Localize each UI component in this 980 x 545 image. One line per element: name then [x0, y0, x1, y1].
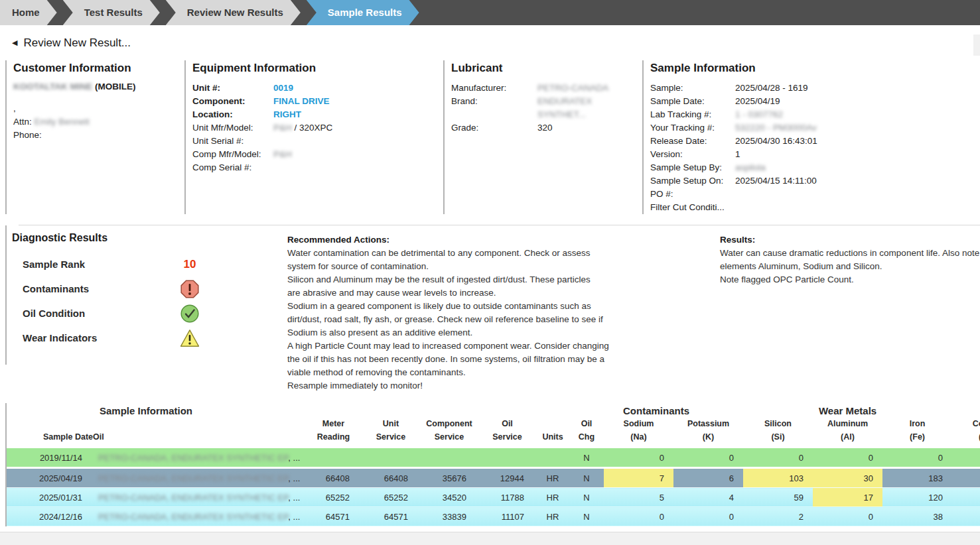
- manufacturer-value: PETRO-CANADA: [537, 82, 608, 95]
- cell-value: 0: [673, 448, 743, 468]
- unit-serial-label: Unit Serial #:: [192, 135, 273, 148]
- table-group-header: Contaminants: [569, 403, 743, 417]
- cell-oil: PETRO-CANADA, ENDURATEX SYNTHETIC EP, ..…: [93, 507, 305, 526]
- cell-value: 30: [813, 468, 882, 488]
- table-group-header: [305, 403, 569, 417]
- release-date-value: 2025/04/30 16:43:01: [735, 135, 817, 148]
- unit-number-label: Unit #:: [192, 82, 273, 95]
- column-header-service: OilService: [478, 417, 536, 448]
- cell-oil: PETRO-CANADA, ENDURATEX SYNTHETIC EP, ..…: [93, 488, 305, 507]
- brand-value: ENDURATEX SYNTHET...: [537, 95, 642, 121]
- info-panels: Customer Information KOOTALTAK MINE (MOB…: [5, 60, 980, 214]
- column-header--si-: Silicon(Si): [743, 417, 813, 448]
- cell-value: 11107: [478, 507, 536, 526]
- cell-value: 0: [882, 448, 952, 468]
- cell-value: 12944: [478, 468, 536, 488]
- unit-mfr-label: Unit Mfr/Model:: [192, 121, 273, 135]
- cell-value: [478, 448, 536, 468]
- lab-tracking-label: Lab Tracking #:: [650, 108, 735, 121]
- table-group-header: Sample Information: [7, 403, 305, 417]
- results-title: Results:: [720, 233, 980, 247]
- vertical-scrollbar[interactable]: [973, 34, 980, 56]
- warning-triangle-icon: [176, 329, 203, 347]
- back-link[interactable]: Review New Result...: [23, 36, 131, 49]
- cell-value: 17: [813, 488, 882, 507]
- check-circle-icon: [176, 304, 203, 323]
- cell-value: 0: [813, 448, 882, 468]
- column-header-reading: MeterReading: [305, 417, 362, 448]
- table-row[interactable]: 2025/01/31PETRO-CANADA, ENDURATEX SYNTHE…: [7, 488, 980, 507]
- breadcrumb-test-results[interactable]: Test Results: [63, 0, 160, 25]
- sample-value: 2025/04/28 - 1619: [735, 82, 808, 95]
- horizontal-scrollbar[interactable]: [0, 532, 980, 545]
- cell-oil: PETRO-CANADA, ENDURATEX SYNTHETIC EP, ..…: [93, 448, 305, 468]
- column-header--al-: Aluminum(Al): [813, 417, 882, 448]
- sample-rank-label: Sample Rank: [23, 259, 176, 270]
- cell-oil: PETRO-CANADA, ENDURATEX SYNTHETIC EP, ..…: [93, 468, 305, 488]
- recommended-actions-title: Recommended Actions:: [287, 233, 685, 247]
- sample-date-value: 2025/04/19: [735, 95, 780, 108]
- lubricant-panel-title: Lubricant: [451, 62, 642, 75]
- unit-mfr-value: P&H / 320XPC: [273, 121, 332, 135]
- cell-value: 5: [604, 488, 673, 507]
- brand-label: Brand:: [451, 95, 537, 121]
- comp-mfr-value: P&H: [273, 148, 292, 161]
- back-row: ◀Review New Result...: [0, 25, 980, 56]
- cell-value: 65252: [362, 488, 420, 507]
- breadcrumb-sample-results[interactable]: Sample Results: [307, 0, 419, 25]
- diagnostic-results-section: Diagnostic Results Sample Rank 10 Contam…: [0, 225, 980, 403]
- comp-mfr-label: Comp Mfr/Model:: [192, 148, 273, 161]
- results-table: Sample InformationContaminantsWear Metal…: [7, 403, 980, 526]
- cell-value: 7: [604, 468, 673, 488]
- location-link[interactable]: RIGHT: [273, 108, 301, 121]
- po-number-label: PO #:: [650, 188, 735, 201]
- cell-value: N: [569, 448, 604, 468]
- setup-by-label: Sample Setup By:: [650, 161, 735, 174]
- table-group-header: Wear Metals: [743, 403, 952, 417]
- your-tracking-value: 532220 - PM3000Av: [735, 121, 817, 135]
- cell-value: 120: [882, 488, 952, 507]
- alert-octagon-icon: [176, 280, 203, 298]
- manufacturer-label: Manufacturer:: [451, 82, 537, 95]
- lab-tracking-value: 1 - 0307762: [735, 108, 783, 121]
- cell-sample-date: 2025/01/31: [7, 488, 93, 507]
- setup-on-value: 2025/04/15 14:11:00: [735, 174, 817, 188]
- cell-value: 183: [882, 468, 952, 488]
- cell-value: 0: [813, 507, 882, 526]
- breadcrumb-review-new-results[interactable]: Review New Results: [166, 0, 301, 25]
- table-row[interactable]: 2019/11/14PETRO-CANADA, ENDURATEX SYNTHE…: [7, 448, 980, 468]
- cell-value: [952, 448, 980, 468]
- cell-value: 33839: [420, 507, 478, 526]
- customer-name: KOOTALTAK MINE (MOBILE): [13, 82, 184, 91]
- component-link[interactable]: FINAL DRIVE: [273, 95, 330, 108]
- cell-value: 2: [743, 507, 813, 526]
- table-row[interactable]: 2024/12/16PETRO-CANADA, ENDURATEX SYNTHE…: [7, 507, 980, 526]
- cell-value: [952, 507, 980, 526]
- column-header--na-: Sodium(Na): [604, 417, 673, 448]
- back-arrow-icon: ◀: [12, 38, 17, 46]
- column-header-service: UnitService: [362, 417, 420, 448]
- customer-type: (MOBILE): [92, 82, 135, 91]
- sample-rank-value: 10: [176, 258, 203, 271]
- cell-value: [362, 448, 420, 468]
- customer-information-panel: Customer Information KOOTALTAK MINE (MOB…: [5, 60, 184, 214]
- customer-panel-title: Customer Information: [13, 62, 184, 75]
- column-header-units: Units: [536, 417, 569, 448]
- table-row[interactable]: 2025/04/19PETRO-CANADA, ENDURATEX SYNTHE…: [7, 468, 980, 488]
- cell-value: [420, 448, 478, 468]
- filter-cut-label: Filter Cut Conditi...: [650, 201, 735, 214]
- setup-by-value: aspilola: [735, 161, 766, 174]
- cell-value: 0: [604, 448, 673, 468]
- cell-value: N: [569, 488, 604, 507]
- customer-attn-line: Attn: Emily Bennett: [13, 115, 184, 129]
- setup-on-label: Sample Setup On:: [650, 174, 735, 188]
- unit-number-link[interactable]: 0019: [273, 82, 293, 95]
- cell-value: 65252: [305, 488, 362, 507]
- breadcrumb: Home Test Results Review New Results Sam…: [0, 0, 980, 25]
- column-header--cu-: Copper(Cu): [952, 417, 980, 448]
- cell-sample-date: 2025/04/19: [7, 468, 93, 488]
- customer-address-line: ,: [13, 102, 184, 115]
- cell-value: [952, 488, 980, 507]
- cell-value: HR: [536, 507, 569, 526]
- breadcrumb-home[interactable]: Home: [0, 0, 57, 25]
